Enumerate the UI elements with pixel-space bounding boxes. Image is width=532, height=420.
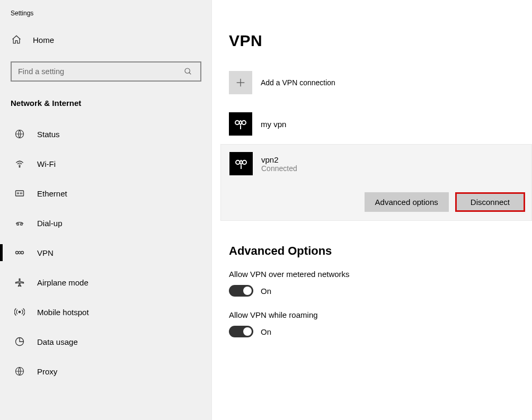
- app-title: Settings: [0, 6, 211, 26]
- airplane-icon: [14, 276, 25, 288]
- advanced-options-heading: Advanced Options: [229, 244, 526, 258]
- main-content: VPN Add a VPN connection my vpn vpn2 Con…: [212, 0, 532, 420]
- plus-icon: [229, 71, 252, 94]
- svg-point-3: [19, 166, 20, 167]
- sidebar-item-label: Mobile hotspot: [37, 308, 89, 317]
- ethernet-icon: [14, 187, 25, 199]
- toggle-label: Allow VPN over metered networks: [229, 270, 526, 279]
- sidebar-item-dialup[interactable]: Dial-up: [0, 208, 211, 238]
- section-header: Network & Internet: [0, 95, 211, 119]
- globe-icon: [14, 128, 25, 140]
- sidebar-item-ethernet[interactable]: Ethernet: [0, 178, 211, 208]
- sidebar-item-label: Ethernet: [37, 189, 67, 198]
- sidebar-item-status[interactable]: Status: [0, 119, 211, 149]
- sidebar-item-label: Dial-up: [37, 219, 63, 228]
- sidebar-item-label: Airplane mode: [37, 278, 88, 287]
- svg-point-16: [236, 160, 240, 165]
- sidebar-item-wifi[interactable]: Wi-Fi: [0, 149, 211, 178]
- sidebar-item-label: Wi-Fi: [37, 159, 56, 168]
- svg-point-17: [243, 160, 247, 165]
- add-vpn-label: Add a VPN connection: [261, 78, 335, 87]
- toggle-label: Allow VPN while roaming: [229, 310, 526, 319]
- svg-point-7: [16, 252, 19, 254]
- svg-point-0: [185, 68, 190, 73]
- search-container: [0, 61, 211, 82]
- vpn-item-vpn2[interactable]: vpn2 Connected: [229, 150, 525, 175]
- add-vpn-button[interactable]: Add a VPN connection: [229, 70, 526, 95]
- proxy-icon: [14, 365, 25, 377]
- vpn-button-row: Advanced options Disconnect: [229, 192, 525, 212]
- svg-rect-4: [16, 191, 24, 196]
- sidebar-item-hotspot[interactable]: Mobile hotspot: [0, 297, 211, 327]
- sidebar-item-datausage[interactable]: Data usage: [0, 327, 211, 356]
- dialup-icon: [14, 217, 25, 229]
- hotspot-icon: [14, 306, 25, 318]
- home-button[interactable]: Home: [0, 26, 211, 53]
- vpn-icon: [14, 247, 25, 258]
- toggle-metered: Allow VPN over metered networks On: [229, 270, 526, 297]
- vpn-status: Connected: [261, 164, 297, 173]
- svg-rect-6: [21, 224, 22, 225]
- search-box[interactable]: [11, 61, 201, 82]
- vpn-tile-icon: [229, 152, 253, 175]
- vpn-item-myvpn[interactable]: my vpn: [229, 108, 526, 140]
- search-input[interactable]: [18, 67, 182, 76]
- sidebar-item-label: Proxy: [37, 367, 57, 376]
- search-icon: [182, 66, 194, 77]
- datausage-icon: [14, 336, 25, 347]
- sidebar-item-vpn[interactable]: VPN: [0, 238, 211, 267]
- sidebar-item-label: VPN: [37, 248, 54, 257]
- wifi-icon: [14, 158, 25, 169]
- disconnect-button[interactable]: Disconnect: [455, 192, 525, 212]
- vpn-name: vpn2: [261, 155, 297, 164]
- sidebar: Settings Home Network & Internet Status …: [0, 0, 212, 420]
- svg-rect-5: [17, 224, 19, 225]
- home-label: Home: [33, 35, 54, 44]
- sidebar-item-label: Status: [37, 130, 60, 139]
- vpn-tile-icon: [229, 112, 252, 136]
- vpn-item-vpn2-panel: vpn2 Connected Advanced options Disconne…: [220, 144, 532, 221]
- svg-point-14: [235, 121, 240, 125]
- home-icon: [11, 34, 22, 46]
- toggle-state: On: [261, 287, 271, 296]
- sidebar-item-label: Data usage: [37, 337, 78, 346]
- toggle-roaming: Allow VPN while roaming On: [229, 310, 526, 337]
- page-title: VPN: [229, 32, 526, 50]
- vpn-name: my vpn: [261, 120, 286, 129]
- svg-point-9: [19, 311, 20, 312]
- sidebar-item-proxy[interactable]: Proxy: [0, 356, 211, 386]
- svg-point-8: [21, 252, 24, 254]
- svg-line-1: [189, 73, 191, 74]
- toggle-state: On: [261, 327, 271, 336]
- sidebar-item-airplane[interactable]: Airplane mode: [0, 267, 211, 297]
- toggle-metered-switch[interactable]: [229, 285, 253, 297]
- svg-point-15: [242, 121, 246, 125]
- advanced-options-button[interactable]: Advanced options: [365, 192, 449, 212]
- toggle-roaming-switch[interactable]: [229, 326, 253, 337]
